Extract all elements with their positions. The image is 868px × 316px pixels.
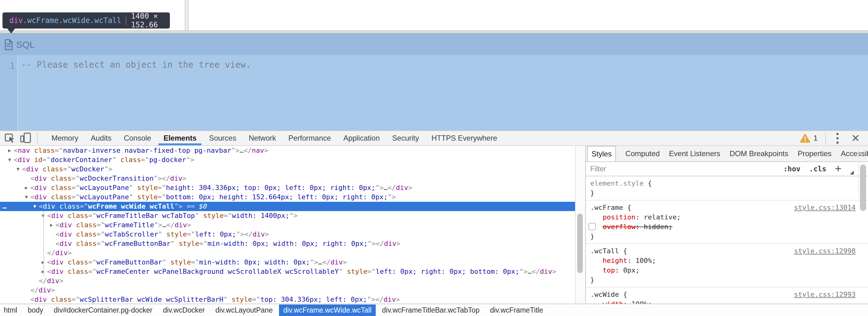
plus-menu-corner (850, 171, 854, 174)
toolbar-right-cluster: 1 ✕ (800, 131, 868, 145)
tree-row[interactable]: ▼<div class="wcDocker"> (0, 165, 575, 174)
tab-console[interactable]: Console (124, 131, 151, 145)
tree-row[interactable]: ▼<div class="wcFrameTitleBar wcTabTop" s… (0, 211, 575, 221)
tree-row[interactable]: …▼<div class="wcFrame wcWide wcTall"> ==… (0, 202, 575, 211)
tooltip-arrow (7, 28, 16, 33)
inspect-tooltip: div.wcFrame.wcWide.wcTall 1400 × 152.66 (2, 12, 170, 29)
tab-https-everywhere[interactable]: HTTPS Everywhere (432, 131, 497, 145)
tree-row[interactable]: </div> (0, 276, 575, 286)
styles-rules-list: element.style {}style.css:13014.wcFrame … (586, 176, 868, 316)
tree-row[interactable]: ▶<div class="wcLayoutPane" style="height… (0, 183, 575, 193)
property-checkbox[interactable] (588, 223, 596, 230)
tab-security[interactable]: Security (392, 131, 419, 145)
tab-sources[interactable]: Sources (209, 131, 236, 145)
kebab-menu-icon[interactable] (831, 132, 844, 145)
rule-close-line: } (590, 232, 856, 241)
styles-scrollbar-track (858, 147, 859, 196)
tab-memory[interactable]: Memory (52, 131, 79, 145)
element-highlight-overlay: SQL 1 -- Please select an object in the … (0, 33, 868, 131)
tree-row[interactable]: </div> (0, 286, 575, 295)
rule-selector-line[interactable]: style.css:13014.wcFrame { (590, 203, 856, 212)
tree-row[interactable]: <div class="wcDockerTransition"></div> (0, 174, 575, 183)
editor-line-number: 1 (0, 61, 15, 71)
stylesheet-link[interactable]: style.css:12998 (794, 246, 856, 256)
tree-row[interactable]: <div class="wcTabScroller" style="left: … (0, 230, 575, 239)
sidebar-tab-dom-breakpoints[interactable]: DOM Breakpoints (730, 146, 788, 162)
expand-arrow-icon[interactable]: ▼ (22, 193, 30, 202)
sidebar-tab-properties[interactable]: Properties (798, 146, 831, 162)
tree-row[interactable]: </div> (0, 248, 575, 258)
tree-row[interactable]: ▶<div class="wcFrameTitle">…</div> (0, 221, 575, 230)
tree-row[interactable]: <div class="wcSplitterBar wcWide wcSplit… (0, 295, 575, 304)
css-property[interactable]: top: 0px; (590, 265, 856, 275)
stylesheet-link[interactable]: style.css:13014 (794, 203, 856, 212)
breadcrumb-item[interactable]: html (4, 306, 17, 314)
css-property[interactable]: height: 100%; (590, 256, 856, 265)
tree-row[interactable]: ▼<div class="wcLayoutPane" style="bottom… (0, 193, 575, 202)
breadcrumb-item[interactable]: div#dockerContainer.pg-docker (54, 306, 152, 314)
breadcrumb-item[interactable]: div.wcFrameTitleBar.wcTabTop (382, 306, 479, 314)
styles-scrollbar-thumb[interactable] (860, 165, 866, 211)
style-rule[interactable]: element.style {} (586, 176, 868, 201)
row-overflow-dots: … (2, 202, 7, 211)
close-icon[interactable]: ✕ (851, 133, 860, 143)
tab-elements[interactable]: Elements (163, 131, 196, 145)
tree-row[interactable]: ▼<div id="dockerContainer" class="pg-doc… (0, 155, 575, 165)
document-icon (4, 39, 13, 50)
new-style-rule-button[interactable]: + (835, 162, 841, 174)
breadcrumb-item[interactable]: body (28, 306, 43, 314)
tab-network[interactable]: Network (249, 131, 276, 145)
expand-arrow-icon[interactable]: ▼ (31, 202, 39, 211)
page-vertical-splitter[interactable] (185, 0, 188, 30)
tooltip-tag: div (9, 16, 23, 25)
sidebar-tab-computed[interactable]: Computed (625, 146, 660, 162)
sql-tab[interactable]: SQL (4, 38, 35, 52)
expand-arrow-icon[interactable]: ▶ (39, 267, 47, 276)
style-rule[interactable]: style.css:13014.wcFrame {position: relat… (586, 201, 868, 244)
editor-code-line[interactable]: -- Please select an object in the tree v… (21, 60, 251, 70)
breadcrumb-item[interactable]: div.wcLayoutPane (215, 306, 273, 314)
warning-count[interactable]: 1 (813, 134, 817, 142)
tree-row[interactable]: ▶<div class="wcFrameCenter wcPanelBackgr… (0, 267, 575, 276)
tab-performance[interactable]: Performance (288, 131, 331, 145)
sidebar-tab-event-listeners[interactable]: Event Listeners (669, 146, 720, 162)
css-property[interactable]: overflow: hidden; (590, 222, 856, 232)
expand-arrow-icon[interactable]: ▶ (22, 183, 30, 193)
sidebar-tab-accessibility[interactable]: Accessibility (841, 146, 868, 162)
sidebar-tab-styles[interactable]: Styles (587, 146, 616, 162)
expand-arrow-icon[interactable]: ▼ (14, 165, 22, 174)
breadcrumb-item[interactable]: div.wcDocker (163, 306, 205, 314)
stylesheet-link[interactable]: style.css:12993 (794, 290, 856, 299)
style-rule[interactable]: style.css:12998.wcTall {height: 100%;top… (586, 244, 868, 287)
rule-selector-line[interactable]: style.css:12998.wcTall { (590, 246, 856, 256)
tooltip-classes: .wcFrame.wcWide.wcTall (23, 16, 121, 25)
styles-tab-bar: StylesComputedEvent ListenersDOM Breakpo… (586, 146, 868, 162)
css-property[interactable]: position: relative; (590, 212, 856, 222)
devtools-tab-bar: MemoryAuditsConsoleElementsSourcesNetwor… (52, 131, 509, 145)
styles-filter-input[interactable]: Filter (590, 165, 606, 173)
toggle-hov-button[interactable]: :hov (783, 165, 800, 173)
rule-close-line: } (590, 188, 856, 198)
tab-audits[interactable]: Audits (91, 131, 112, 145)
tree-row[interactable]: <div class="wcFrameButtonBar" style="min… (0, 239, 575, 248)
toggle-cls-button[interactable]: .cls (809, 165, 826, 173)
expand-arrow-icon[interactable]: ▶ (48, 221, 56, 230)
rule-selector-line[interactable]: element.style { (590, 178, 856, 188)
breadcrumb-item[interactable]: div.wcFrame.wcWide.wcTall (279, 305, 376, 316)
inspect-cursor-icon[interactable] (4, 133, 16, 144)
expand-arrow-icon[interactable]: ▶ (6, 146, 13, 155)
devtools-window: MemoryAuditsConsoleElementsSourcesNetwor… (0, 131, 868, 316)
elements-scrollbar-thumb[interactable] (577, 213, 583, 273)
expand-arrow-icon[interactable]: ▼ (6, 155, 13, 165)
rule-selector-line[interactable]: style.css:12993.wcWide { (590, 290, 856, 299)
breadcrumb-item[interactable]: div.wcFrameTitle (490, 306, 543, 314)
tree-row[interactable]: ▶<nav class="navbar-inverse navbar-fixed… (0, 146, 575, 155)
tab-application[interactable]: Application (343, 131, 380, 145)
expand-arrow-icon[interactable]: ▶ (39, 258, 47, 267)
warning-icon[interactable] (800, 134, 810, 143)
page-horizontal-splitter[interactable] (0, 30, 868, 33)
device-toolbar-icon[interactable] (20, 132, 32, 144)
expand-arrow-icon[interactable]: ▼ (39, 211, 47, 221)
tree-row[interactable]: ▶<div class="wcFrameButtonBar" style="mi… (0, 258, 575, 267)
tree-indent-guide (43, 211, 44, 276)
